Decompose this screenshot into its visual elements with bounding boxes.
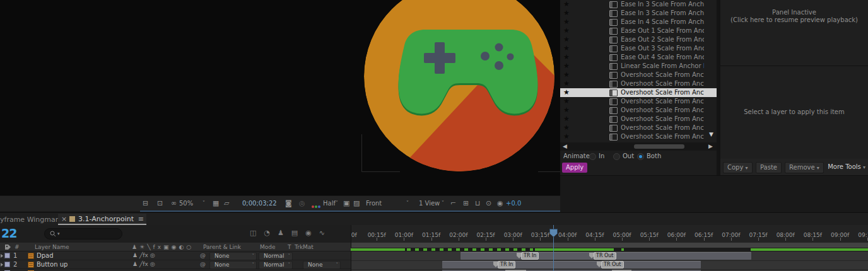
col-t[interactable]: T [288, 244, 291, 250]
favorite-star-icon[interactable]: ★ [563, 115, 570, 124]
pickwhip-icon[interactable]: @ [200, 261, 206, 267]
fast-previews-icon[interactable]: ⊔ [475, 199, 481, 208]
transparency-grid-icon[interactable]: ▨ [353, 199, 360, 208]
tab-menu-icon[interactable]: ≡ [138, 215, 144, 223]
preset-row[interactable]: ★Ease Out 2 Scale From Anchor Point [560, 35, 717, 44]
scrollbar-thumb[interactable] [634, 144, 684, 149]
search-input[interactable]: ▾ [44, 228, 122, 239]
favorite-star-icon[interactable]: ★ [563, 44, 570, 53]
label-column-icon[interactable] [4, 244, 11, 250]
favorite-star-icon[interactable]: ★ [563, 35, 570, 44]
paste-button[interactable]: Paste [756, 162, 782, 173]
timeline-link-icon[interactable]: ⊙ [486, 199, 491, 208]
preset-row[interactable]: ★Ease Out 4 Scale From Anchor Point [560, 53, 717, 62]
favorite-star-icon[interactable]: ★ [563, 88, 570, 97]
preset-row[interactable]: ★Ease Out 3 Scale From Anchor Point [560, 44, 717, 53]
exposure-reset-icon[interactable]: ◉ [497, 199, 503, 208]
favorite-star-icon[interactable]: ★ [563, 18, 570, 26]
pixel-aspect-icon[interactable]: ⊞ [463, 199, 469, 208]
preset-row[interactable]: ★Overshoot Scale From Anchor Point [560, 124, 717, 132]
col-mode[interactable]: Mode [260, 244, 276, 250]
zoom-level-dropdown[interactable]: 50% [179, 199, 193, 208]
preview-timecode[interactable]: 0;00;03;22 [242, 199, 277, 208]
preset-row[interactable]: ★Overshoot Scale From Anchor Point [560, 97, 717, 106]
view-layout-dropdown[interactable]: 1 View [419, 199, 440, 208]
share-view-icon[interactable]: ⌐ [450, 199, 456, 208]
tab-close-icon[interactable]: × [61, 215, 67, 223]
col-layer-name[interactable]: Layer Name [35, 244, 69, 250]
trkmat-dropdown[interactable]: None˅ [303, 261, 341, 269]
favorite-star-icon[interactable]: ★ [563, 9, 570, 18]
mask-visibility-icon[interactable]: ▱ [224, 199, 229, 208]
preset-row[interactable]: ★Overshoot Scale From Anchor Point [560, 79, 717, 88]
layer-switches[interactable]: ♟ ╱fx ◎ [132, 252, 155, 258]
copy-button[interactable]: Copy ▾ [723, 162, 753, 173]
current-timecode[interactable]: 22 [1, 226, 16, 240]
resolution-dropdown[interactable]: Half [323, 199, 336, 208]
favorite-star-icon[interactable]: ★ [563, 106, 570, 115]
preset-row[interactable]: ★Ease Out 1 Scale From Anchor Point [560, 26, 717, 35]
composition-viewer[interactable] [0, 0, 560, 195]
mode-dropdown[interactable]: Normal˅ [259, 261, 293, 269]
favorite-star-icon[interactable]: ★ [563, 132, 570, 141]
time-ruler[interactable]: 0:00f00:15f01:00f01:15f02:00f02:15f03:00… [351, 225, 868, 243]
col-trkmat[interactable]: TrkMat [295, 244, 314, 250]
show-channel-icon[interactable] [312, 202, 321, 210]
layer-row[interactable]: 2Button up♟ ╱fx ◎@None˅Normal˅None˅ [0, 260, 351, 269]
animate-radio-in[interactable] [589, 153, 596, 160]
favorite-star-icon[interactable]: ★ [563, 79, 570, 88]
scroll-left-icon[interactable]: ◀ [563, 143, 567, 149]
scroll-down-icon[interactable]: ▼ [709, 131, 713, 137]
layer-color-swatch[interactable] [4, 262, 10, 267]
preset-row[interactable]: ★Overshoot Scale From Anchor Point [560, 88, 717, 97]
view-layout-chevron-icon[interactable]: ˅ [442, 199, 444, 208]
view-chevron-icon[interactable]: ˅ [406, 199, 409, 208]
favorite-star-icon[interactable]: ★ [563, 71, 570, 79]
grid-options-icon[interactable]: ▦ [213, 199, 219, 208]
remove-button[interactable]: Remove ▾ [785, 162, 824, 173]
favorite-star-icon[interactable]: ★ [563, 124, 570, 132]
layer-duration-bar[interactable] [442, 261, 701, 268]
favorite-star-icon[interactable]: ★ [563, 62, 570, 71]
expand-chevron-icon[interactable] [1, 254, 3, 258]
pickwhip-icon[interactable]: @ [200, 252, 206, 258]
layer-row[interactable]: 1Dpad♟ ╱fx ◎@None˅Normal˅ [0, 251, 351, 260]
scroll-right-icon[interactable]: ▶ [708, 143, 713, 149]
stereo-3d-icon[interactable]: ∞ [171, 199, 177, 208]
layer-switches[interactable]: ♟ ╱fx ◎ [132, 261, 155, 267]
favorite-star-icon[interactable]: ★ [563, 53, 570, 62]
col-switch-icons[interactable]: ♟☀╲fx▣◉◐○ [132, 244, 194, 250]
tab-keyframe-wingman[interactable]: yframe Wingman [0, 216, 60, 224]
animate-radio-both[interactable] [637, 153, 644, 160]
exposure-value[interactable]: +0.0 [506, 199, 521, 208]
preset-row[interactable]: ★Overshoot Scale From Anchor Point [560, 132, 717, 141]
tab-anchorpoint-mover[interactable]: × 3.1-Anchorpoint mover ≡ [58, 214, 146, 224]
more-tools-button[interactable]: More Tools ▾ [828, 163, 865, 170]
primary-viewer-icon[interactable]: ⊡ [157, 199, 163, 208]
preset-row[interactable]: ★Overshoot Scale From Anchor Point [560, 71, 717, 79]
preset-row[interactable]: ★Ease In 3 Scale From Anchor Point [560, 0, 717, 9]
preset-row[interactable]: ★Overshoot Scale From Anchor Point [560, 106, 717, 115]
col-parent-link[interactable]: Parent & Link [203, 244, 241, 250]
show-snapshot-icon[interactable]: ◎ [299, 199, 305, 208]
col-number[interactable]: # [15, 244, 20, 250]
expand-chevron-icon[interactable] [1, 263, 3, 267]
view-dropdown[interactable]: Front [366, 199, 382, 208]
layer-name[interactable]: Dpad [37, 252, 54, 259]
favorite-star-icon[interactable]: ★ [563, 26, 570, 35]
zoom-chevron-icon[interactable]: ˅ [202, 199, 205, 208]
timeline-graph[interactable]: TR InTR OutTR InTR Out [351, 251, 868, 271]
search-options-chevron-icon[interactable]: ▾ [57, 231, 60, 236]
panel-inactive-area[interactable]: Panel Inactive (Click here to resume pre… [720, 0, 868, 66]
animate-radio-out[interactable] [613, 153, 620, 160]
region-of-interest-icon[interactable]: ▣ [343, 199, 349, 208]
preset-row[interactable]: ★Ease In 4 Scale From Anchor Point [560, 18, 717, 26]
parent-dropdown[interactable]: None˅ [209, 261, 257, 269]
always-preview-icon[interactable]: ⊟ [143, 199, 148, 208]
preset-row[interactable]: ★Overshoot Scale From Anchor Point [560, 115, 717, 124]
layer-name[interactable]: Button up [37, 261, 67, 268]
preset-row[interactable]: ★Ease In 3 Scale From Anchor Point [560, 9, 717, 18]
resolution-chevron-icon[interactable]: ˅ [336, 199, 338, 208]
parent-dropdown[interactable]: None˅ [209, 252, 257, 260]
work-area-bar[interactable] [351, 243, 868, 248]
